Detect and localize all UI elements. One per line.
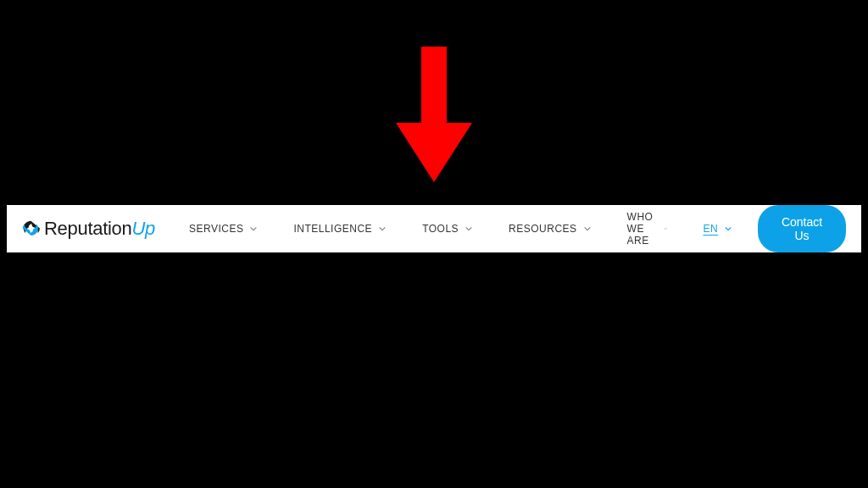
chevron-down-icon <box>664 225 667 233</box>
logo-text: ReputationUp <box>44 218 155 240</box>
down-arrow-annotation <box>392 47 476 182</box>
logo-suffix: Up <box>131 218 155 239</box>
arrow-icon <box>392 47 476 182</box>
chevron-down-icon <box>465 225 473 233</box>
nav-items: SERVICES INTELLIGENCE TOOLS RESOURCES WH… <box>189 211 732 247</box>
nav-item-tools[interactable]: TOOLS <box>422 223 473 235</box>
main-nav: ReputationUp SERVICES INTELLIGENCE TOOLS… <box>7 205 861 252</box>
nav-item-who-we-are[interactable]: WHO WE ARE <box>627 211 668 247</box>
nav-label: WHO WE ARE <box>627 211 659 247</box>
nav-label: TOOLS <box>422 223 459 235</box>
logo-icon <box>22 219 41 238</box>
nav-label: SERVICES <box>189 223 243 235</box>
nav-label: RESOURCES <box>509 223 577 235</box>
contact-us-button[interactable]: Contact Us <box>758 205 846 252</box>
nav-item-resources[interactable]: RESOURCES <box>509 223 592 235</box>
logo-primary: Reputation <box>44 218 131 239</box>
chevron-down-icon <box>583 225 592 233</box>
language-label: EN <box>703 223 718 235</box>
chevron-down-icon <box>724 225 732 233</box>
chevron-down-icon <box>378 225 387 233</box>
nav-label: INTELLIGENCE <box>293 223 372 235</box>
language-selector[interactable]: EN <box>703 223 732 235</box>
nav-item-intelligence[interactable]: INTELLIGENCE <box>293 223 387 235</box>
chevron-down-icon <box>249 225 258 233</box>
nav-item-services[interactable]: SERVICES <box>189 223 258 235</box>
logo[interactable]: ReputationUp <box>22 218 155 240</box>
